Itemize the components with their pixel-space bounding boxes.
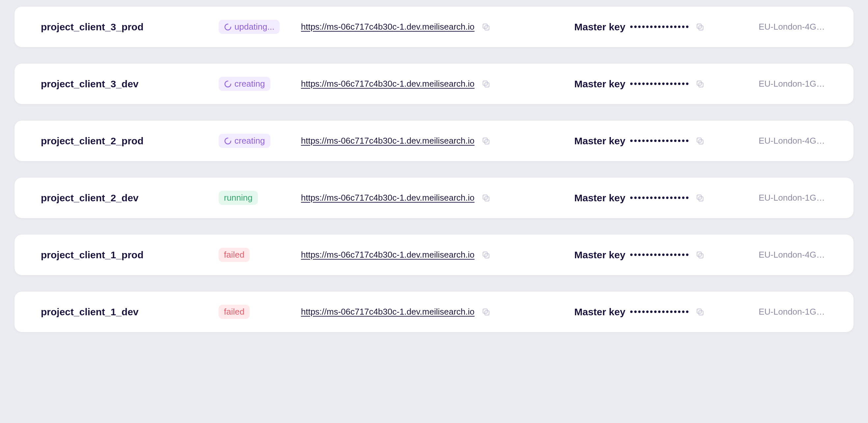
copy-url-button[interactable] (480, 249, 492, 261)
copy-key-button[interactable] (694, 306, 706, 318)
copy-key-button[interactable] (694, 192, 706, 204)
spec-text: EU-London-4Gb-1v... (759, 136, 827, 146)
master-key-label: Master key (574, 192, 625, 204)
master-key-value: ••••••••••••••• (630, 193, 690, 203)
status-text: updating... (235, 22, 274, 32)
copy-url-button[interactable] (480, 192, 492, 204)
copy-key-button[interactable] (694, 135, 706, 147)
status-column: failed (219, 248, 301, 262)
copy-key-button[interactable] (694, 79, 706, 90)
master-key-label: Master key (574, 79, 625, 90)
spinner-icon (224, 137, 232, 145)
key-column: Master key••••••••••••••• (574, 79, 759, 90)
status-column: failed (219, 305, 301, 319)
status-text: failed (224, 307, 244, 317)
project-name: project_client_3_dev (41, 79, 219, 90)
copy-key-button[interactable] (694, 22, 706, 33)
copy-icon (482, 251, 490, 259)
url-column: https://ms-06c717c4b30c-1.dev.meilisearc… (301, 135, 574, 147)
key-column: Master key••••••••••••••• (574, 249, 759, 261)
project-url-link[interactable]: https://ms-06c717c4b30c-1.dev.meilisearc… (301, 136, 474, 146)
project-name: project_client_1_dev (41, 306, 219, 318)
project-card[interactable]: project_client_1_devfailedhttps://ms-06c… (14, 292, 854, 332)
project-name: project_client_2_prod (41, 135, 219, 147)
copy-icon (696, 137, 704, 145)
status-text: creating (235, 136, 265, 146)
master-key-label: Master key (574, 135, 625, 147)
spinner-icon (224, 23, 232, 31)
status-text: creating (235, 79, 265, 89)
copy-icon (482, 137, 490, 145)
master-key-value: ••••••••••••••• (630, 136, 690, 146)
copy-icon (482, 308, 490, 316)
status-column: creating (219, 77, 301, 91)
copy-icon (482, 23, 490, 31)
project-url-link[interactable]: https://ms-06c717c4b30c-1.dev.meilisearc… (301, 250, 474, 260)
status-column: creating (219, 134, 301, 148)
master-key-label: Master key (574, 306, 625, 318)
spinner-icon (224, 80, 232, 88)
copy-icon (482, 194, 490, 202)
master-key-value: ••••••••••••••• (630, 250, 690, 260)
copy-key-button[interactable] (694, 249, 706, 261)
status-text: running (224, 193, 253, 203)
url-column: https://ms-06c717c4b30c-1.dev.meilisearc… (301, 22, 574, 33)
key-column: Master key••••••••••••••• (574, 135, 759, 147)
master-key-label: Master key (574, 249, 625, 261)
copy-icon (696, 251, 704, 259)
url-column: https://ms-06c717c4b30c-1.dev.meilisearc… (301, 192, 574, 204)
project-url-link[interactable]: https://ms-06c717c4b30c-1.dev.meilisearc… (301, 22, 474, 32)
status-badge: failed (219, 248, 250, 262)
copy-url-button[interactable] (480, 79, 492, 90)
master-key-value: ••••••••••••••• (630, 22, 690, 32)
status-badge: running (219, 191, 258, 205)
project-name: project_client_1_prod (41, 249, 219, 261)
master-key-value: ••••••••••••••• (630, 79, 690, 89)
status-badge: creating (219, 134, 270, 148)
status-column: running (219, 191, 301, 205)
copy-icon (482, 80, 490, 88)
status-badge: creating (219, 77, 270, 91)
project-name: project_client_2_dev (41, 192, 219, 204)
project-card[interactable]: project_client_3_produpdating...https://… (14, 7, 854, 47)
project-url-link[interactable]: https://ms-06c717c4b30c-1.dev.meilisearc… (301, 193, 474, 203)
project-url-link[interactable]: https://ms-06c717c4b30c-1.dev.meilisearc… (301, 79, 474, 89)
status-text: failed (224, 250, 244, 260)
status-badge: failed (219, 305, 250, 319)
url-column: https://ms-06c717c4b30c-1.dev.meilisearc… (301, 249, 574, 261)
copy-url-button[interactable] (480, 22, 492, 33)
project-name: project_client_3_prod (41, 22, 219, 33)
spec-text: EU-London-4Gb-1v... (759, 22, 827, 32)
url-column: https://ms-06c717c4b30c-1.dev.meilisearc… (301, 79, 574, 90)
copy-icon (696, 23, 704, 31)
spec-text: EU-London-1Gb-0.5... (759, 79, 827, 89)
spec-text: EU-London-1Gb-0.5... (759, 193, 827, 203)
url-column: https://ms-06c717c4b30c-1.dev.meilisearc… (301, 306, 574, 318)
copy-icon (696, 194, 704, 202)
status-badge: updating... (219, 20, 280, 34)
project-url-link[interactable]: https://ms-06c717c4b30c-1.dev.meilisearc… (301, 307, 474, 317)
copy-url-button[interactable] (480, 135, 492, 147)
copy-icon (696, 80, 704, 88)
project-card[interactable]: project_client_2_prodcreatinghttps://ms-… (14, 121, 854, 161)
key-column: Master key••••••••••••••• (574, 306, 759, 318)
spec-text: EU-London-1Gb-0.5... (759, 307, 827, 317)
status-column: updating... (219, 20, 301, 34)
project-list: project_client_3_produpdating...https://… (0, 7, 868, 332)
copy-url-button[interactable] (480, 306, 492, 318)
spec-text: EU-London-4Gb-1v... (759, 250, 827, 260)
project-card[interactable]: project_client_2_devrunninghttps://ms-06… (14, 178, 854, 218)
master-key-value: ••••••••••••••• (630, 307, 690, 317)
master-key-label: Master key (574, 22, 625, 33)
key-column: Master key••••••••••••••• (574, 192, 759, 204)
project-card[interactable]: project_client_1_prodfailedhttps://ms-06… (14, 235, 854, 275)
project-card[interactable]: project_client_3_devcreatinghttps://ms-0… (14, 64, 854, 104)
copy-icon (696, 308, 704, 316)
key-column: Master key••••••••••••••• (574, 22, 759, 33)
